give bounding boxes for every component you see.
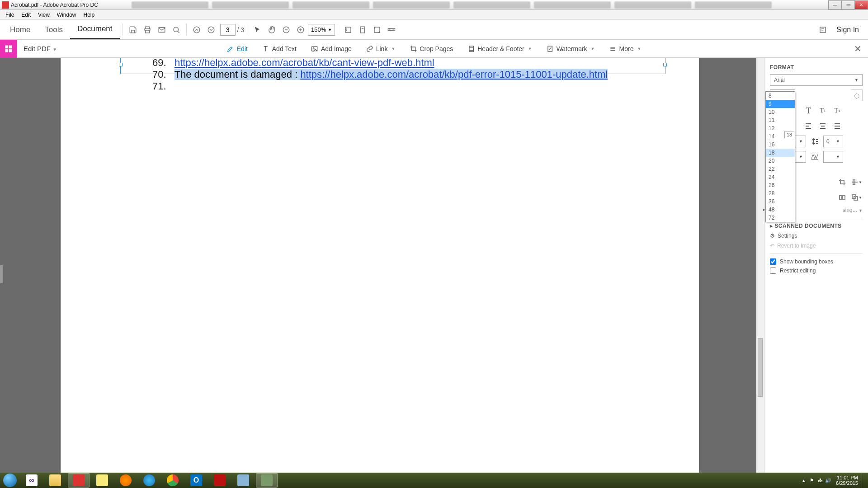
close-editbar-button[interactable]: ✕: [854, 43, 862, 54]
hand-tool-icon[interactable]: [264, 20, 279, 39]
zoom-dropdown[interactable]: 150%▼: [308, 24, 335, 36]
font-size-option[interactable]: 22: [766, 165, 795, 173]
zoom-out-icon[interactable]: [279, 20, 293, 39]
font-family-dropdown[interactable]: Arial▼: [770, 74, 863, 86]
menu-help[interactable]: Help: [80, 11, 99, 19]
taskbar-outlook-icon[interactable]: O: [185, 473, 207, 488]
tool-add-text[interactable]: Add Text: [257, 43, 302, 55]
font-size-option[interactable]: 36: [766, 197, 795, 206]
print-icon[interactable]: [140, 20, 155, 39]
char-spacing-icon[interactable]: AV: [809, 151, 821, 163]
fit-page-icon[interactable]: [355, 20, 370, 39]
tool-edit[interactable]: Edit: [222, 43, 253, 55]
taskbar-explorer-icon[interactable]: [44, 473, 66, 488]
font-size-option[interactable]: 8: [766, 92, 795, 100]
align-justify-icon[interactable]: [831, 120, 843, 132]
pdf-page[interactable]: 69. https://helpx.adobe.com/acrobat/kb/c…: [61, 58, 699, 473]
taskbar-acrobat-icon[interactable]: [68, 473, 90, 488]
show-bounding-boxes-checkbox[interactable]: Show bounding boxes: [770, 258, 863, 265]
revert-to-image-link[interactable]: Revert to Image: [777, 243, 816, 249]
font-size-option[interactable]: 16: [766, 141, 795, 149]
fullscreen-icon[interactable]: [370, 20, 384, 39]
panel-scroll-thumb[interactable]: [758, 338, 763, 397]
align-left-icon[interactable]: [802, 120, 814, 132]
page-down-icon[interactable]: [204, 20, 218, 39]
mail-icon[interactable]: [155, 20, 169, 39]
text-color-icon[interactable]: T: [802, 105, 814, 117]
font-size-option[interactable]: 48: [766, 206, 795, 214]
close-window-button[interactable]: ✕: [854, 0, 868, 9]
flip-object-icon[interactable]: [836, 192, 848, 203]
tab-document[interactable]: Document: [70, 20, 119, 39]
menu-window[interactable]: Window: [53, 11, 80, 19]
line-spacing-icon[interactable]: [809, 136, 821, 147]
font-size-dropdown-list[interactable]: 8 9 10 11 12 14 16 18 20 22 24 26 28 36 …: [765, 91, 795, 222]
show-desktop-button[interactable]: [862, 473, 865, 488]
taskbar-app2-icon[interactable]: [256, 473, 278, 488]
font-size-option[interactable]: 28: [766, 189, 795, 197]
restrict-editing-input[interactable]: [770, 267, 776, 274]
font-size-option[interactable]: 26: [766, 181, 795, 189]
show-bounding-boxes-input[interactable]: [770, 258, 776, 265]
tab-tools[interactable]: Tools: [38, 20, 70, 39]
line-spacing-value[interactable]: 0▼: [823, 136, 843, 147]
font-size-option[interactable]: 20: [766, 157, 795, 165]
start-button[interactable]: [0, 473, 20, 488]
align-center-icon[interactable]: [817, 120, 829, 132]
ruler-icon[interactable]: [384, 20, 399, 39]
taskbar-ie-icon[interactable]: [138, 473, 160, 488]
taskbar-visualstudio-icon[interactable]: ∞: [21, 473, 42, 488]
select-tool-icon[interactable]: [250, 20, 264, 39]
taskbar-stickynotes-icon[interactable]: [91, 473, 113, 488]
font-size-option[interactable]: 18: [766, 149, 795, 157]
tab-home[interactable]: Home: [3, 20, 38, 39]
font-size-option[interactable]: 10: [766, 108, 795, 116]
taskbar-reader-icon[interactable]: [209, 473, 231, 488]
fit-width-icon[interactable]: [341, 20, 355, 39]
minimize-button[interactable]: —: [828, 0, 842, 9]
align-objects-icon[interactable]: ▼: [851, 176, 863, 188]
panel-scrollbar[interactable]: [756, 58, 764, 473]
page-up-icon[interactable]: [189, 20, 204, 39]
search-icon[interactable]: [169, 20, 184, 39]
restrict-editing-checkbox[interactable]: Restrict editing: [770, 267, 863, 274]
sticky-note-icon[interactable]: [816, 20, 830, 39]
superscript-icon[interactable]: T1: [817, 105, 829, 117]
page-number-input[interactable]: [220, 24, 236, 36]
hyperlink[interactable]: https://helpx.adobe.com/acrobat/kb/pdf-e…: [300, 69, 608, 80]
taskbar-app1-icon[interactable]: [232, 473, 254, 488]
edit-pdf-tool-icon[interactable]: [0, 40, 17, 58]
tool-header-footer[interactable]: Header & Footer▼: [462, 43, 537, 55]
font-size-option[interactable]: 9: [766, 100, 795, 108]
sign-in-button[interactable]: Sign In: [830, 26, 865, 34]
menu-view[interactable]: View: [34, 11, 53, 19]
font-size-option[interactable]: 72: [766, 214, 795, 222]
font-size-option[interactable]: 11: [766, 116, 795, 124]
arrange-objects-icon[interactable]: ▼: [851, 192, 863, 203]
crop-object-icon[interactable]: [836, 176, 848, 188]
tray-volume-icon[interactable]: 🔊: [824, 478, 832, 483]
hyperlink[interactable]: https://helpx.adobe.com/acrobat/kb/cant-…: [175, 58, 434, 68]
taskbar-clock[interactable]: 11:01 PM 6/29/2015: [832, 475, 862, 486]
menu-file[interactable]: File: [2, 11, 18, 19]
tool-link[interactable]: Link▼: [361, 43, 401, 55]
tool-watermark[interactable]: Watermark▼: [542, 43, 600, 55]
taskbar-firefox-icon[interactable]: [115, 473, 137, 488]
zoom-in-icon[interactable]: [293, 20, 308, 39]
tray-show-hidden-icon[interactable]: ▴: [800, 478, 808, 483]
tool-crop-pages[interactable]: Crop Pages: [405, 43, 458, 55]
font-size-option[interactable]: 24: [766, 173, 795, 181]
settings-link[interactable]: Settings: [778, 233, 797, 239]
char-spacing-value[interactable]: ▼: [823, 151, 843, 163]
taskbar-chrome-icon[interactable]: [162, 473, 184, 488]
maximize-button[interactable]: ▭: [841, 0, 855, 9]
tray-action-center-icon[interactable]: ⚑: [808, 478, 816, 483]
edit-pdf-label[interactable]: Edit PDF ▼: [17, 45, 63, 52]
save-icon[interactable]: [126, 20, 140, 39]
selected-text[interactable]: The document is damaged : https://helpx.…: [175, 69, 608, 80]
subscript-icon[interactable]: T1: [831, 105, 843, 117]
tool-more[interactable]: More▼: [604, 43, 646, 55]
tool-add-image[interactable]: Add Image: [306, 43, 357, 55]
menu-edit[interactable]: Edit: [18, 11, 34, 19]
tray-network-icon[interactable]: 🖧: [816, 478, 824, 483]
